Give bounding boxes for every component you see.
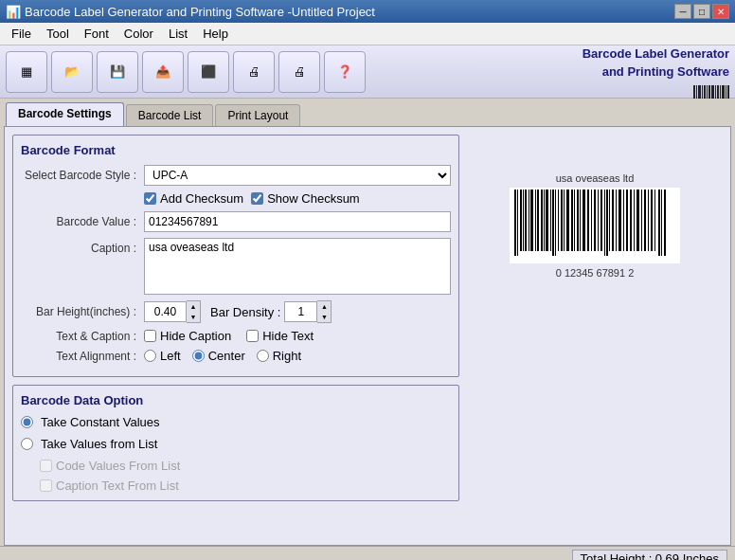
- barcode-value-input[interactable]: [144, 211, 451, 232]
- bar-height-row: Bar Height(inches) : ▲ ▼ Bar Density : ▲: [21, 300, 451, 323]
- total-height-status: Total Height : 0.69 Inches: [572, 550, 727, 560]
- barcode-style-row: Select Barcode Style : UPC-A UPC-E EAN-1…: [21, 165, 451, 186]
- caption-text-checkbox[interactable]: Caption Text From List: [40, 479, 451, 493]
- barcode-style-select[interactable]: UPC-A UPC-E EAN-13 EAN-8 Code 39 Code 12…: [144, 165, 451, 186]
- open-icon: 📂: [64, 64, 80, 79]
- svg-rect-46: [661, 190, 662, 256]
- tabs: Barcode Settings Barcode List Print Layo…: [0, 99, 735, 126]
- hide-caption-checkbox[interactable]: Hide Caption: [144, 329, 231, 343]
- preview-toolbar-button[interactable]: ⬛: [188, 51, 229, 93]
- menu-file[interactable]: File: [4, 25, 39, 43]
- tab-print-layout[interactable]: Print Layout: [215, 104, 300, 126]
- constant-values-radio[interactable]: Take Constant Values: [21, 415, 451, 429]
- checksum-row: Add Checksum Show Checksum: [144, 191, 451, 206]
- svg-rect-11: [546, 190, 548, 251]
- svg-rect-39: [636, 190, 639, 251]
- svg-rect-2: [520, 190, 522, 251]
- svg-rect-12: [550, 190, 551, 251]
- print-icon: 🖨: [248, 64, 260, 79]
- left-panel: Barcode Format Select Barcode Style : UP…: [12, 135, 459, 537]
- barcode-icon: ▦: [21, 64, 32, 79]
- export-toolbar-button[interactable]: 📤: [142, 51, 184, 93]
- svg-rect-33: [616, 190, 617, 251]
- show-checksum-checkbox[interactable]: Show Checksum: [251, 191, 360, 206]
- svg-rect-17: [564, 190, 565, 251]
- svg-rect-7: [535, 190, 536, 251]
- maximize-button[interactable]: □: [693, 4, 710, 19]
- svg-rect-42: [648, 190, 649, 251]
- right-panel: usa oveaseas ltd: [467, 135, 723, 537]
- open-toolbar-button[interactable]: 📂: [51, 51, 93, 93]
- tab-barcode-settings[interactable]: Barcode Settings: [6, 102, 124, 126]
- menu-help[interactable]: Help: [195, 25, 236, 43]
- help-toolbar-button[interactable]: ❓: [324, 51, 366, 93]
- barcode-value-row: Barcode Value :: [21, 211, 451, 232]
- svg-rect-9: [541, 190, 543, 251]
- logo-line1: Barcode Label Generator: [583, 46, 729, 61]
- align-right-radio[interactable]: Right: [257, 349, 301, 363]
- barcode-style-label: Select Barcode Style :: [21, 169, 144, 182]
- print2-toolbar-button[interactable]: 🖨: [278, 51, 320, 93]
- export-icon: 📤: [155, 64, 170, 79]
- bar-height-input[interactable]: [144, 301, 187, 322]
- window-title: Barcode Label Generator and Printing Sof…: [25, 5, 375, 19]
- bar-density-input[interactable]: [284, 301, 317, 322]
- bar-density-up-button[interactable]: ▲: [317, 301, 331, 312]
- close-button[interactable]: ✕: [712, 4, 729, 19]
- logo-line2: and Printing Software: [602, 64, 729, 79]
- barcode-format-title: Barcode Format: [21, 143, 451, 157]
- total-height-value: 0.69 Inches: [655, 551, 719, 560]
- svg-rect-44: [654, 190, 655, 251]
- print-toolbar-button[interactable]: 🖨: [233, 51, 275, 93]
- minimize-button[interactable]: ─: [674, 4, 691, 19]
- save-toolbar-button[interactable]: 💾: [97, 51, 138, 93]
- menu-list[interactable]: List: [161, 25, 195, 43]
- align-left-radio[interactable]: Left: [144, 349, 181, 363]
- bar-density-label: Bar Density :: [210, 305, 280, 319]
- menu-color[interactable]: Color: [117, 25, 161, 43]
- main-content: Barcode Format Select Barcode Style : UP…: [4, 126, 731, 546]
- values-from-list-radio[interactable]: Take Values from List: [21, 437, 451, 451]
- menu-font[interactable]: Font: [77, 25, 117, 43]
- code-values-checkbox[interactable]: Code Values From List: [40, 459, 451, 473]
- toolbar: ▦ 📂 💾 📤 ⬛ 🖨 🖨 ❓ Barcode Label Generator …: [0, 45, 735, 99]
- svg-rect-21: [577, 190, 579, 251]
- menu-tool[interactable]: Tool: [39, 25, 77, 43]
- svg-rect-40: [641, 190, 642, 251]
- app-icon: 📊: [6, 5, 21, 19]
- svg-rect-14: [555, 190, 556, 256]
- text-alignment-label: Text Alignment :: [21, 350, 144, 363]
- svg-rect-23: [583, 190, 585, 251]
- barcode-toolbar-button[interactable]: ▦: [6, 51, 47, 93]
- svg-rect-3: [523, 190, 524, 251]
- status-bar: Total Height : 0.69 Inches: [0, 546, 735, 560]
- svg-rect-36: [626, 190, 628, 251]
- caption-row: Caption : usa oveaseas ltd: [21, 238, 451, 295]
- hide-text-checkbox[interactable]: Hide Text: [246, 329, 314, 343]
- svg-rect-37: [630, 190, 632, 251]
- bar-height-down-button[interactable]: ▼: [187, 312, 200, 322]
- add-checksum-checkbox[interactable]: Add Checksum: [144, 191, 243, 206]
- caption-label: Caption :: [21, 238, 144, 255]
- align-center-radio[interactable]: Center: [192, 349, 245, 363]
- text-alignment-row: Text Alignment : Left Center Right: [21, 349, 451, 363]
- caption-textarea[interactable]: usa oveaseas ltd: [144, 238, 451, 295]
- save-icon: 💾: [110, 64, 125, 79]
- bar-density-down-button[interactable]: ▼: [317, 312, 331, 322]
- barcode-preview: usa oveaseas ltd: [510, 172, 680, 279]
- svg-rect-5: [529, 190, 529, 251]
- print2-icon: 🖨: [294, 64, 306, 79]
- svg-rect-16: [561, 190, 563, 251]
- svg-rect-6: [530, 190, 533, 251]
- bar-density-spinner: ▲ ▼: [284, 300, 332, 323]
- svg-rect-35: [623, 190, 624, 251]
- tab-barcode-list[interactable]: Barcode List: [126, 104, 214, 126]
- bar-height-up-button[interactable]: ▲: [187, 301, 200, 312]
- total-height-label: Total Height :: [581, 551, 653, 560]
- svg-rect-34: [618, 190, 621, 251]
- help-icon: ❓: [337, 64, 352, 79]
- barcode-format-section: Barcode Format Select Barcode Style : UP…: [12, 135, 459, 377]
- svg-rect-18: [566, 190, 569, 251]
- menu-bar: File Tool Font Color List Help: [0, 23, 735, 45]
- barcode-data-section: Barcode Data Option Take Constant Values…: [12, 385, 459, 501]
